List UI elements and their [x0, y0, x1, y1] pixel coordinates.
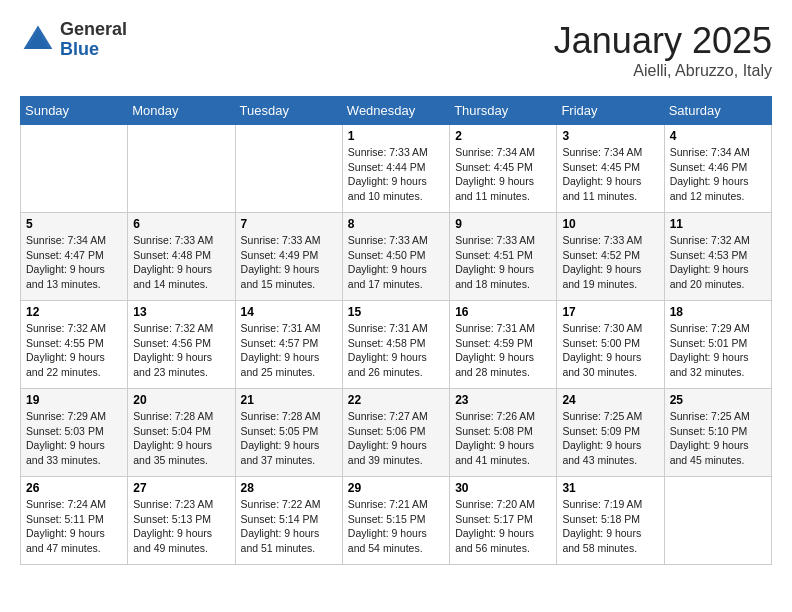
- day-info: Sunrise: 7:33 AM Sunset: 4:50 PM Dayligh…: [348, 233, 444, 292]
- day-number: 19: [26, 393, 122, 407]
- table-row: 16 Sunrise: 7:31 AM Sunset: 4:59 PM Dayl…: [450, 301, 557, 389]
- sunrise-text: Sunrise: 7:34 AM: [562, 146, 642, 158]
- table-row: 31 Sunrise: 7:19 AM Sunset: 5:18 PM Dayl…: [557, 477, 664, 565]
- sunset-text: Sunset: 4:55 PM: [26, 337, 104, 349]
- daylight-text: Daylight: 9 hours and 49 minutes.: [133, 527, 212, 554]
- daylight-text: Daylight: 9 hours and 32 minutes.: [670, 351, 749, 378]
- day-number: 3: [562, 129, 658, 143]
- sunrise-text: Sunrise: 7:33 AM: [348, 146, 428, 158]
- day-number: 27: [133, 481, 229, 495]
- day-number: 22: [348, 393, 444, 407]
- calendar-week-row: 26 Sunrise: 7:24 AM Sunset: 5:11 PM Dayl…: [21, 477, 772, 565]
- table-row: 29 Sunrise: 7:21 AM Sunset: 5:15 PM Dayl…: [342, 477, 449, 565]
- daylight-text: Daylight: 9 hours and 14 minutes.: [133, 263, 212, 290]
- day-number: 24: [562, 393, 658, 407]
- sunrise-text: Sunrise: 7:31 AM: [241, 322, 321, 334]
- title-block: January 2025 Aielli, Abruzzo, Italy: [554, 20, 772, 80]
- sunset-text: Sunset: 4:45 PM: [455, 161, 533, 173]
- sunrise-text: Sunrise: 7:31 AM: [455, 322, 535, 334]
- day-info: Sunrise: 7:25 AM Sunset: 5:09 PM Dayligh…: [562, 409, 658, 468]
- table-row: 10 Sunrise: 7:33 AM Sunset: 4:52 PM Dayl…: [557, 213, 664, 301]
- daylight-text: Daylight: 9 hours and 33 minutes.: [26, 439, 105, 466]
- daylight-text: Daylight: 9 hours and 45 minutes.: [670, 439, 749, 466]
- calendar-week-row: 5 Sunrise: 7:34 AM Sunset: 4:47 PM Dayli…: [21, 213, 772, 301]
- day-number: 20: [133, 393, 229, 407]
- header-monday: Monday: [128, 97, 235, 125]
- sunset-text: Sunset: 5:17 PM: [455, 513, 533, 525]
- day-info: Sunrise: 7:32 AM Sunset: 4:55 PM Dayligh…: [26, 321, 122, 380]
- day-info: Sunrise: 7:32 AM Sunset: 4:53 PM Dayligh…: [670, 233, 766, 292]
- day-number: 30: [455, 481, 551, 495]
- table-row: [128, 125, 235, 213]
- day-info: Sunrise: 7:29 AM Sunset: 5:01 PM Dayligh…: [670, 321, 766, 380]
- sunrise-text: Sunrise: 7:33 AM: [455, 234, 535, 246]
- day-info: Sunrise: 7:33 AM Sunset: 4:49 PM Dayligh…: [241, 233, 337, 292]
- table-row: 13 Sunrise: 7:32 AM Sunset: 4:56 PM Dayl…: [128, 301, 235, 389]
- day-info: Sunrise: 7:33 AM Sunset: 4:48 PM Dayligh…: [133, 233, 229, 292]
- daylight-text: Daylight: 9 hours and 58 minutes.: [562, 527, 641, 554]
- logo-text: General Blue: [60, 20, 127, 60]
- daylight-text: Daylight: 9 hours and 20 minutes.: [670, 263, 749, 290]
- sunset-text: Sunset: 5:15 PM: [348, 513, 426, 525]
- table-row: 15 Sunrise: 7:31 AM Sunset: 4:58 PM Dayl…: [342, 301, 449, 389]
- sunrise-text: Sunrise: 7:19 AM: [562, 498, 642, 510]
- sunset-text: Sunset: 4:51 PM: [455, 249, 533, 261]
- daylight-text: Daylight: 9 hours and 25 minutes.: [241, 351, 320, 378]
- day-number: 25: [670, 393, 766, 407]
- table-row: 30 Sunrise: 7:20 AM Sunset: 5:17 PM Dayl…: [450, 477, 557, 565]
- day-number: 11: [670, 217, 766, 231]
- sunrise-text: Sunrise: 7:33 AM: [133, 234, 213, 246]
- day-info: Sunrise: 7:33 AM Sunset: 4:44 PM Dayligh…: [348, 145, 444, 204]
- day-number: 13: [133, 305, 229, 319]
- day-number: 4: [670, 129, 766, 143]
- day-info: Sunrise: 7:34 AM Sunset: 4:45 PM Dayligh…: [455, 145, 551, 204]
- logo-general: General: [60, 20, 127, 40]
- sunset-text: Sunset: 5:11 PM: [26, 513, 104, 525]
- sunset-text: Sunset: 5:03 PM: [26, 425, 104, 437]
- day-info: Sunrise: 7:33 AM Sunset: 4:51 PM Dayligh…: [455, 233, 551, 292]
- daylight-text: Daylight: 9 hours and 28 minutes.: [455, 351, 534, 378]
- sunrise-text: Sunrise: 7:25 AM: [562, 410, 642, 422]
- day-info: Sunrise: 7:22 AM Sunset: 5:14 PM Dayligh…: [241, 497, 337, 556]
- sunset-text: Sunset: 5:09 PM: [562, 425, 640, 437]
- day-info: Sunrise: 7:28 AM Sunset: 5:04 PM Dayligh…: [133, 409, 229, 468]
- table-row: 20 Sunrise: 7:28 AM Sunset: 5:04 PM Dayl…: [128, 389, 235, 477]
- daylight-text: Daylight: 9 hours and 13 minutes.: [26, 263, 105, 290]
- sunrise-text: Sunrise: 7:25 AM: [670, 410, 750, 422]
- sunset-text: Sunset: 4:57 PM: [241, 337, 319, 349]
- table-row: 24 Sunrise: 7:25 AM Sunset: 5:09 PM Dayl…: [557, 389, 664, 477]
- day-number: 1: [348, 129, 444, 143]
- calendar-table: Sunday Monday Tuesday Wednesday Thursday…: [20, 96, 772, 565]
- sunset-text: Sunset: 4:56 PM: [133, 337, 211, 349]
- day-number: 29: [348, 481, 444, 495]
- day-info: Sunrise: 7:31 AM Sunset: 4:59 PM Dayligh…: [455, 321, 551, 380]
- table-row: 27 Sunrise: 7:23 AM Sunset: 5:13 PM Dayl…: [128, 477, 235, 565]
- day-info: Sunrise: 7:33 AM Sunset: 4:52 PM Dayligh…: [562, 233, 658, 292]
- sunset-text: Sunset: 4:44 PM: [348, 161, 426, 173]
- table-row: 22 Sunrise: 7:27 AM Sunset: 5:06 PM Dayl…: [342, 389, 449, 477]
- table-row: 4 Sunrise: 7:34 AM Sunset: 4:46 PM Dayli…: [664, 125, 771, 213]
- daylight-text: Daylight: 9 hours and 11 minutes.: [562, 175, 641, 202]
- sunset-text: Sunset: 4:47 PM: [26, 249, 104, 261]
- sunset-text: Sunset: 4:52 PM: [562, 249, 640, 261]
- table-row: 7 Sunrise: 7:33 AM Sunset: 4:49 PM Dayli…: [235, 213, 342, 301]
- header-wednesday: Wednesday: [342, 97, 449, 125]
- daylight-text: Daylight: 9 hours and 37 minutes.: [241, 439, 320, 466]
- day-number: 12: [26, 305, 122, 319]
- day-info: Sunrise: 7:24 AM Sunset: 5:11 PM Dayligh…: [26, 497, 122, 556]
- calendar-week-row: 12 Sunrise: 7:32 AM Sunset: 4:55 PM Dayl…: [21, 301, 772, 389]
- day-info: Sunrise: 7:25 AM Sunset: 5:10 PM Dayligh…: [670, 409, 766, 468]
- daylight-text: Daylight: 9 hours and 15 minutes.: [241, 263, 320, 290]
- sunrise-text: Sunrise: 7:24 AM: [26, 498, 106, 510]
- table-row: 25 Sunrise: 7:25 AM Sunset: 5:10 PM Dayl…: [664, 389, 771, 477]
- sunrise-text: Sunrise: 7:33 AM: [348, 234, 428, 246]
- header-tuesday: Tuesday: [235, 97, 342, 125]
- sunset-text: Sunset: 4:45 PM: [562, 161, 640, 173]
- day-info: Sunrise: 7:32 AM Sunset: 4:56 PM Dayligh…: [133, 321, 229, 380]
- sunrise-text: Sunrise: 7:33 AM: [562, 234, 642, 246]
- sunrise-text: Sunrise: 7:20 AM: [455, 498, 535, 510]
- table-row: [235, 125, 342, 213]
- day-number: 18: [670, 305, 766, 319]
- sunrise-text: Sunrise: 7:21 AM: [348, 498, 428, 510]
- table-row: 19 Sunrise: 7:29 AM Sunset: 5:03 PM Dayl…: [21, 389, 128, 477]
